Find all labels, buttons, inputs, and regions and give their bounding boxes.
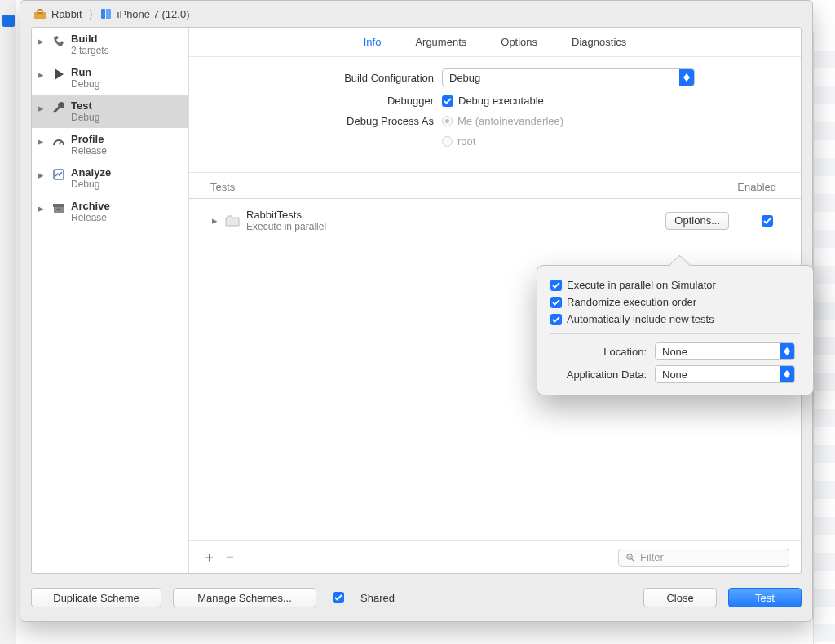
disclosure-triangle-icon[interactable]: ▸ xyxy=(38,169,46,181)
debugger-label: Debugger xyxy=(205,95,442,107)
sidebar-action-archive[interactable]: ▸ ArchiveRelease xyxy=(32,195,188,228)
gauge-icon xyxy=(51,134,66,148)
execute-in-parallel-checkbox[interactable] xyxy=(550,280,562,291)
svg-rect-3 xyxy=(106,9,111,19)
build-icon xyxy=(51,33,66,48)
test-target-subtitle: Execute in parallel xyxy=(246,221,665,232)
execute-in-parallel-label: Execute in parallel on Simulator xyxy=(567,279,716,291)
location-label: Location: xyxy=(550,346,655,358)
svg-rect-1 xyxy=(38,10,42,13)
duplicate-scheme-button[interactable]: Duplicate Scheme xyxy=(31,588,161,607)
disclosure-triangle-icon[interactable]: ▸ xyxy=(38,135,46,148)
tab-diagnostics[interactable]: Diagnostics xyxy=(572,36,626,48)
disclosure-triangle-icon[interactable]: ▸ xyxy=(38,202,46,214)
filter-field[interactable]: Filter xyxy=(618,549,789,567)
play-icon xyxy=(51,67,66,82)
select-stepper-icon xyxy=(780,343,794,359)
remove-test-button[interactable]: − xyxy=(222,549,238,566)
select-stepper-icon xyxy=(780,366,794,382)
application-data-label: Application Data: xyxy=(550,368,655,381)
application-data-select[interactable]: None xyxy=(655,365,795,383)
debug-executable-label: Debug executable xyxy=(458,95,544,107)
shared-checkbox[interactable] xyxy=(333,592,344,603)
test-bundle-icon xyxy=(225,215,240,227)
breadcrumb: Rabbit ⟩ iPhone 7 (12.0) xyxy=(20,1,812,27)
radio-root-label: root xyxy=(457,135,475,148)
radio-me[interactable] xyxy=(442,116,453,126)
radio-root[interactable] xyxy=(442,136,453,147)
tabbar: Info Arguments Options Diagnostics xyxy=(189,28,801,57)
sidebar-action-test[interactable]: ▸ TestDebug xyxy=(32,95,188,128)
tab-arguments[interactable]: Arguments xyxy=(415,36,466,48)
chevron-right-icon: ⟩ xyxy=(89,8,93,20)
analyze-icon xyxy=(51,167,66,182)
test-target-title: RabbitTests xyxy=(246,209,665,221)
manage-schemes-button[interactable]: Manage Schemes... xyxy=(173,588,316,607)
device-name[interactable]: iPhone 7 (12.0) xyxy=(117,8,190,20)
test-target-row[interactable]: ▸ RabbitTests Execute in parallel Option… xyxy=(201,205,789,236)
scheme-name[interactable]: Rabbit xyxy=(51,8,82,20)
disclosure-triangle-icon[interactable]: ▸ xyxy=(212,214,220,227)
build-configuration-select[interactable]: Debug xyxy=(442,68,695,86)
filter-icon xyxy=(625,553,635,562)
add-test-button[interactable]: ＋ xyxy=(201,548,217,567)
disclosure-triangle-icon[interactable]: ▸ xyxy=(38,68,46,81)
disclosure-triangle-icon[interactable]: ▸ xyxy=(38,102,46,114)
sidebar-action-run[interactable]: ▸ RunDebug xyxy=(32,61,188,95)
location-select[interactable]: None xyxy=(655,342,795,360)
sidebar-action-profile[interactable]: ▸ ProfileRelease xyxy=(32,128,188,161)
debug-executable-checkbox[interactable] xyxy=(442,95,453,107)
svg-rect-5 xyxy=(53,204,64,207)
tab-info[interactable]: Info xyxy=(364,36,382,48)
test-options-popover: Execute in parallel on Simulator Randomi… xyxy=(537,265,814,395)
wrench-icon xyxy=(51,100,66,115)
scheme-icon xyxy=(33,8,46,20)
randomize-execution-label: Randomize execution order xyxy=(567,296,696,308)
debug-process-as-label: Debug Process As xyxy=(205,115,442,127)
test-button[interactable]: Test xyxy=(728,588,802,607)
tab-options[interactable]: Options xyxy=(501,36,537,48)
test-enabled-checkbox[interactable] xyxy=(762,215,773,227)
sidebar-action-build[interactable]: ▸ Build2 targets xyxy=(32,28,188,61)
build-configuration-label: Build Configuration xyxy=(205,72,442,84)
svg-rect-2 xyxy=(101,9,105,19)
sidebar-action-analyze[interactable]: ▸ AnalyzeDebug xyxy=(32,161,188,195)
disclosure-triangle-icon[interactable]: ▸ xyxy=(38,35,46,47)
device-icon xyxy=(99,8,113,20)
radio-me-label: Me (antoinevanderlee) xyxy=(457,115,563,127)
select-stepper-icon xyxy=(679,69,694,86)
close-button[interactable]: Close xyxy=(643,588,717,607)
auto-include-new-tests-checkbox[interactable] xyxy=(550,314,562,325)
randomize-execution-checkbox[interactable] xyxy=(550,297,562,308)
auto-include-new-tests-label: Automatically include new tests xyxy=(567,313,714,325)
enabled-header: Enabled xyxy=(737,181,776,193)
svg-rect-7 xyxy=(57,209,60,210)
shared-label: Shared xyxy=(360,592,395,604)
tests-header: Tests xyxy=(210,181,235,193)
scheme-actions-sidebar: ▸ Build2 targets ▸ RunDebug ▸ TestDebug … xyxy=(32,28,189,573)
test-options-button[interactable]: Options... xyxy=(665,212,729,230)
archive-icon xyxy=(51,201,66,215)
